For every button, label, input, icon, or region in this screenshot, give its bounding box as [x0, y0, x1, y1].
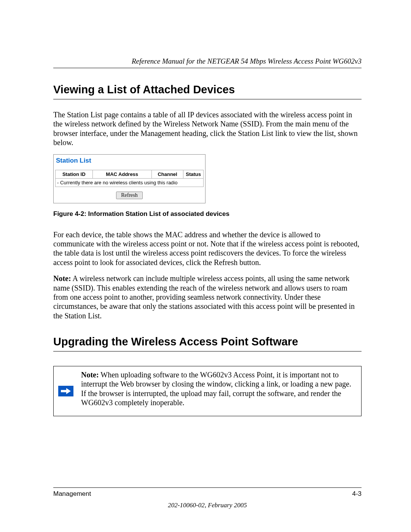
- footer-section-name: Management: [53, 490, 91, 498]
- col-status: Status: [183, 170, 204, 178]
- header-rule: [53, 68, 362, 68]
- col-mac-address: MAC Address: [92, 170, 151, 178]
- running-header: Reference Manual for the NETGEAR 54 Mbps…: [53, 57, 362, 66]
- note-text-inline: A wireless network can include multiple …: [53, 274, 355, 320]
- section-rule: [53, 351, 362, 351]
- paragraph-note: Note: A wireless network can include mul…: [53, 274, 362, 320]
- section-heading-attached-devices: Viewing a List of Attached Devices: [53, 83, 362, 96]
- table-header-row: Station ID MAC Address Channel Status: [56, 170, 204, 178]
- note-box-text: Note: When uploading software to the WG6…: [78, 366, 361, 416]
- footer-doc-id: 202-10060-02, February 2005: [53, 502, 362, 509]
- col-channel: Channel: [151, 170, 183, 178]
- page-footer: Management 4-3 202-10060-02, February 20…: [53, 487, 362, 509]
- table-row: - Currently there are no wireless client…: [56, 178, 204, 187]
- refresh-button-wrap: Refresh: [54, 192, 205, 203]
- note-box: Note: When uploading software to the WG6…: [53, 366, 362, 416]
- note-icon-cell: [54, 366, 78, 416]
- section-rule: [53, 99, 362, 99]
- station-list-table: Station ID MAC Address Channel Status - …: [55, 170, 204, 187]
- note-label-inline: Note:: [53, 274, 71, 283]
- refresh-button[interactable]: Refresh: [116, 192, 143, 199]
- arrow-right-icon: [58, 386, 73, 396]
- note-box-label: Note:: [81, 371, 99, 379]
- page: Reference Manual for the NETGEAR 54 Mbps…: [0, 0, 411, 532]
- col-station-id: Station ID: [56, 170, 93, 178]
- paragraph: The Station List page contains a table o…: [53, 110, 362, 147]
- paragraph: For each device, the table shows the MAC…: [53, 230, 362, 267]
- svg-marker-1: [66, 388, 71, 394]
- station-list-screenshot: Station List Station ID MAC Address Chan…: [53, 154, 206, 203]
- section-heading-upgrade: Upgrading the Wireless Access Point Soft…: [53, 335, 362, 348]
- empty-row-text: - Currently there are no wireless client…: [56, 178, 204, 187]
- footer-rule: [53, 487, 362, 488]
- note-box-body: When uploading software to the WG602v3 A…: [81, 371, 351, 407]
- footer-row: Management 4-3: [53, 490, 362, 498]
- svg-rect-0: [61, 390, 66, 392]
- station-list-title: Station List: [54, 155, 205, 170]
- footer-page-number: 4-3: [352, 490, 362, 498]
- figure-caption: Figure 4-2: Information Station List of …: [53, 210, 362, 218]
